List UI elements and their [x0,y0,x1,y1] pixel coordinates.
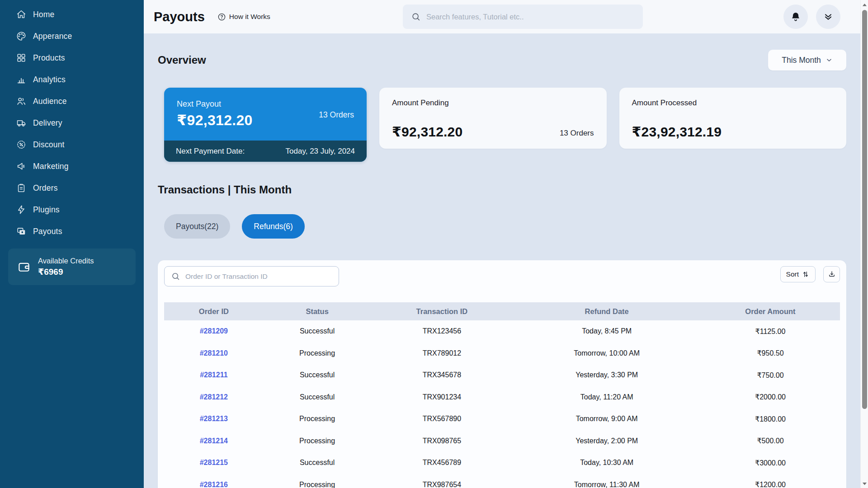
scrollbar-up-arrow[interactable] [862,3,867,7]
sidebar-item-label: Home [33,10,54,19]
order-amount-cell: ₹950.50 [701,349,840,357]
people-icon [16,96,26,106]
bell-icon [790,11,801,22]
refund-date-cell: Today, 11:20 AM [513,393,701,401]
search-icon [171,272,180,281]
question-circle-icon [217,13,226,21]
available-credits-value: ₹6969 [38,267,94,277]
next-payout-label: Next Payout [177,99,354,109]
order-id-link[interactable]: #281212 [200,393,228,401]
next-payment-date-label: Next Payment Date: [176,147,245,156]
order-amount-cell: ₹1200.00 [701,480,840,488]
table-row: #281209 Successful TRX123456 Today, 8:45… [164,320,840,343]
status-cell: Successful [264,393,371,401]
sidebar-item-label: Plugins [33,205,60,215]
notifications-button[interactable] [783,5,808,29]
column-header-refund-date[interactable]: Refund Date [513,307,701,316]
next-payment-date-value: Today, 23 July, 2024 [286,147,355,156]
page-scrollbar[interactable] [860,0,868,488]
table-row: #281212 Successful TRX901234 Today, 11:2… [164,386,840,408]
sidebar-item-discount[interactable]: Discount [0,134,144,155]
order-amount-cell: ₹1800.00 [701,415,840,423]
scrollbar-down-arrow[interactable] [862,482,867,486]
table-row: #281213 Processing TRX567890 Tomorrow, 9… [164,408,840,430]
column-header-order-id[interactable]: Order ID [164,307,264,316]
order-amount-cell: ₹1125.00 [701,327,840,336]
period-selector[interactable]: This Month [768,50,846,70]
how-it-works-label: How it Works [229,13,270,21]
tab-payouts[interactable]: Payouts(22) [164,214,230,239]
transaction-id-cell: TRX789012 [371,349,513,357]
palette-icon [16,31,26,41]
sidebar-item-marketing[interactable]: Marketing [0,155,144,177]
next-payout-card: Next Payout ₹92,312.20 13 Orders Next Pa… [164,88,367,162]
sidebar-item-plugins[interactable]: Plugins [0,199,144,221]
status-cell: Successful [264,459,371,467]
sidebar-item-label: Products [33,53,65,63]
available-credits-card[interactable]: Available Credits ₹6969 [8,249,136,285]
order-amount-cell: ₹2000.00 [701,393,840,401]
order-id-link[interactable]: #281213 [200,415,228,422]
transaction-id-cell: TRX098765 [371,437,513,445]
sidebar-item-products[interactable]: Products [0,47,144,69]
table-row: #281210 Processing TRX789012 Tomorrow, 1… [164,343,840,365]
sidebar-item-orders[interactable]: Orders [0,177,144,199]
download-icon [828,270,836,278]
column-header-transaction-id[interactable]: Transaction ID [371,307,513,316]
double-chevron-down-icon [823,11,834,22]
sidebar-item-label: Apperance [33,32,72,41]
overview-cards: Next Payout ₹92,312.20 13 Orders Next Pa… [164,88,846,162]
sidebar-item-label: Delivery [33,118,62,128]
tab-refunds[interactable]: Refunds(6) [242,214,305,239]
refund-date-cell: Today, 8:45 PM [513,327,701,335]
order-id-link[interactable]: #281210 [200,349,228,357]
how-it-works-link[interactable]: How it Works [217,13,270,21]
sidebar-item-payouts[interactable]: Payouts [0,221,144,242]
status-cell: Successful [264,371,371,379]
sidebar-item-delivery[interactable]: Delivery [0,112,144,134]
megaphone-icon [16,161,26,171]
sidebar-item-label: Marketing [33,162,69,171]
refund-date-cell: Today, 10:30 AM [513,459,701,467]
order-id-link[interactable]: #281211 [200,371,227,379]
sidebar-item-label: Payouts [33,227,62,236]
table-row: #281214 Processing TRX098765 Yesterday, … [164,430,840,452]
status-cell: Processing [264,349,371,357]
order-id-link[interactable]: #281216 [200,481,228,488]
table-search-input[interactable] [185,272,332,281]
order-amount-cell: ₹500.00 [701,436,840,445]
transaction-id-cell: TRX456789 [371,459,513,467]
order-id-link[interactable]: #281209 [200,327,228,335]
transactions-title: Transactions | This Month [158,183,846,196]
sidebar-item-home[interactable]: Home [0,4,144,25]
global-search-input[interactable] [426,13,635,21]
refund-date-cell: Yesterday, 3:30 PM [513,371,701,379]
sort-button[interactable]: Sort [780,266,816,282]
sidebar-item-apperance[interactable]: Apperance [0,25,144,47]
collapse-header-button[interactable] [816,5,840,29]
wallet-outline-icon [17,260,31,274]
amount-pending-label: Amount Pending [392,99,594,108]
column-header-status[interactable]: Status [264,307,371,316]
status-cell: Processing [264,437,371,445]
refund-date-cell: Tomorrow, 11:30 AM [513,481,701,488]
table-header-row: Order ID Status Transaction ID Refund Da… [164,302,840,320]
order-id-link[interactable]: #281214 [200,437,228,445]
home-icon [16,9,26,19]
status-cell: Processing [264,481,371,488]
lightning-icon [16,205,26,215]
status-cell: Successful [264,327,371,335]
scrollbar-thumb[interactable] [862,10,867,409]
sidebar-item-analytics[interactable]: Analytics [0,69,144,90]
table-row: #281215 Successful TRX456789 Today, 10:3… [164,452,840,474]
order-amount-cell: ₹750.00 [701,371,840,380]
order-id-link[interactable]: #281215 [200,459,228,466]
column-header-order-amount[interactable]: Order Amount [701,307,840,316]
transaction-id-cell: TRX901234 [371,393,513,401]
next-payout-orders: 13 Orders [319,110,354,120]
bar-chart-icon [16,75,26,84]
sidebar-item-audience[interactable]: Audience [0,90,144,112]
download-button[interactable] [823,266,840,282]
main-content: Overview This Month Next Payout ₹92,312.… [144,33,868,488]
transactions-tabs: Payouts(22) Refunds(6) [164,214,846,239]
